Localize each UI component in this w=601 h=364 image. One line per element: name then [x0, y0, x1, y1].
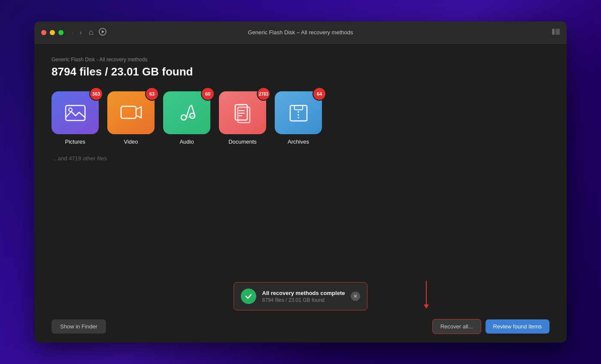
- video-label: Video: [124, 138, 138, 145]
- status-notification: All recovery methods complete 8794 files…: [234, 282, 368, 310]
- svg-rect-4: [66, 105, 85, 120]
- forward-arrow-icon[interactable]: ›: [78, 28, 83, 37]
- category-pictures[interactable]: 363 Pictures: [52, 91, 99, 145]
- show-in-finder-button[interactable]: Show in Finder: [52, 319, 106, 334]
- back-arrow-icon[interactable]: ‹: [70, 28, 76, 37]
- svg-point-5: [69, 108, 72, 111]
- svg-rect-2: [552, 29, 555, 35]
- right-buttons: Recover all... Review found items: [426, 319, 549, 334]
- svg-marker-1: [102, 30, 104, 33]
- video-icon-wrap: 63: [107, 91, 155, 134]
- documents-label: Documents: [228, 138, 257, 145]
- pictures-icon-wrap: 363: [52, 91, 99, 134]
- archives-icon-wrap: 64: [275, 91, 322, 134]
- maximize-button[interactable]: [58, 30, 64, 35]
- category-video[interactable]: 63 Video: [107, 91, 155, 145]
- categories-row: 363 Pictures 63: [52, 91, 549, 145]
- main-content: Generic Flash Disk - All recovery method…: [34, 44, 567, 343]
- svg-rect-18: [290, 105, 307, 121]
- close-button[interactable]: [41, 30, 46, 35]
- app-window: ‹ › ⌂ Generic Flash Disk – All recovery …: [34, 21, 567, 343]
- nav-arrows: ‹ ›: [70, 28, 84, 37]
- archives-badge: 64: [313, 87, 326, 101]
- bottom-area: All recovery methods complete 8794 files…: [52, 282, 549, 334]
- status-text: All recovery methods complete 8794 files…: [262, 290, 345, 303]
- page-title: 8794 files / 23.01 GB found: [52, 65, 549, 78]
- svg-rect-19: [294, 105, 303, 110]
- home-icon[interactable]: ⌂: [89, 28, 94, 37]
- traffic-lights: [41, 30, 64, 35]
- svg-rect-3: [555, 29, 560, 35]
- breadcrumb: Generic Flash Disk - All recovery method…: [52, 57, 549, 63]
- audio-badge: 60: [201, 87, 215, 101]
- sidebar-toggle-icon[interactable]: [552, 29, 560, 36]
- documents-icon-wrap: 2783: [219, 91, 266, 134]
- status-subtitle: 8794 files / 23.01 GB found: [262, 297, 345, 303]
- category-audio[interactable]: 60 Audio: [163, 91, 210, 145]
- review-found-items-button[interactable]: Review found items: [486, 319, 549, 334]
- pictures-badge: 363: [89, 87, 103, 101]
- svg-point-7: [181, 115, 186, 120]
- status-close-button[interactable]: ✕: [351, 292, 360, 301]
- status-check-icon: [241, 289, 256, 304]
- bottom-buttons: Show in Finder Recover all... Review fou…: [52, 319, 549, 334]
- svg-line-10: [191, 105, 195, 116]
- audio-icon-wrap: 60: [163, 91, 210, 134]
- documents-badge: 2783: [257, 87, 270, 101]
- category-archives[interactable]: 64 Archives: [275, 91, 322, 145]
- status-title: All recovery methods complete: [262, 290, 345, 296]
- archives-label: Archives: [288, 138, 309, 145]
- recover-all-button[interactable]: Recover all...: [432, 319, 481, 334]
- svg-rect-6: [121, 106, 136, 118]
- titlebar: ‹ › ⌂ Generic Flash Disk – All recovery …: [34, 21, 567, 44]
- minimize-button[interactable]: [50, 30, 55, 35]
- audio-label: Audio: [179, 138, 194, 145]
- svg-line-12: [190, 105, 191, 107]
- pictures-label: Pictures: [65, 138, 85, 145]
- play-icon[interactable]: [99, 28, 106, 37]
- video-badge: 63: [145, 87, 159, 101]
- other-files-text: ...and 4719 other files: [53, 155, 549, 162]
- category-documents[interactable]: 2783 Documents: [219, 91, 266, 145]
- window-title: Generic Flash Disk – All recovery method…: [248, 29, 353, 36]
